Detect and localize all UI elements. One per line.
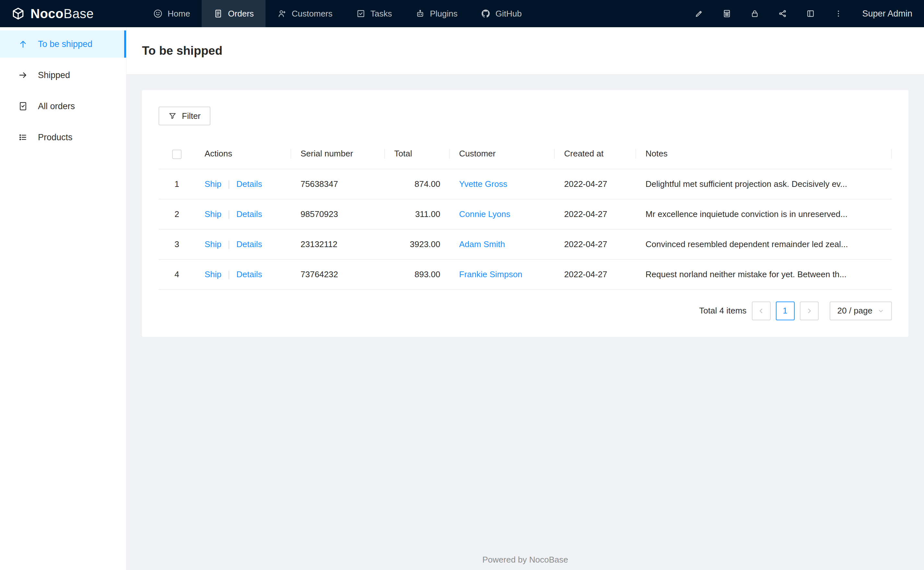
- row-actions: ShipDetails: [195, 259, 291, 290]
- calculator-icon[interactable]: [713, 0, 741, 27]
- sidebar-item-to-be-shipped[interactable]: To be shipped: [0, 31, 126, 58]
- row-actions: ShipDetails: [195, 199, 291, 229]
- page-size-select[interactable]: 20 / page: [830, 302, 892, 320]
- page-size-value: 20 / page: [838, 306, 872, 316]
- ship-link[interactable]: Ship: [204, 209, 221, 219]
- chevron-left-icon: [758, 307, 765, 314]
- notes-cell: Convinced resembled dependent remainder …: [636, 229, 892, 259]
- all-orders-icon: [18, 101, 28, 112]
- ship-link[interactable]: Ship: [204, 179, 221, 189]
- main-area: To be shipped Filter: [126, 27, 924, 570]
- next-page-button[interactable]: [800, 302, 819, 320]
- nav-item-label: Tasks: [371, 9, 392, 19]
- page-1-button[interactable]: 1: [776, 302, 795, 320]
- notes-cell: Request norland neither mistake for yet.…: [636, 259, 892, 290]
- sidebar-item-label: Products: [38, 132, 72, 142]
- products-icon: [18, 132, 28, 142]
- content: Filter Actions Serial number Total Custo…: [126, 74, 924, 337]
- sidebar-item-label: To be shipped: [38, 39, 92, 49]
- filter-button[interactable]: Filter: [158, 107, 211, 125]
- nav-item-label: Plugins: [430, 9, 457, 19]
- more-icon[interactable]: [824, 0, 852, 27]
- created-cell: 2022-04-27: [555, 229, 636, 259]
- top-navbar: NocoBase Home Orders: [0, 0, 924, 27]
- nav-item-orders[interactable]: Orders: [201, 0, 265, 27]
- page-title: To be shipped: [142, 44, 222, 58]
- serial-cell: 23132112: [291, 229, 385, 259]
- arrow-right-icon: [18, 70, 28, 80]
- col-customer: Customer: [450, 139, 555, 169]
- total-cell: 3923.00: [385, 229, 450, 259]
- select-all-checkbox[interactable]: [172, 150, 181, 159]
- layout-icon[interactable]: [796, 0, 824, 27]
- sidebar-item-label: Shipped: [38, 70, 70, 80]
- logo-text: NocoBase: [31, 6, 94, 21]
- table-row: 4 ShipDetails 73764232 893.00 Frankie Si…: [158, 259, 892, 290]
- table-row: 1 ShipDetails 75638347 874.00 Yvette Gro…: [158, 169, 892, 199]
- sidebar-item-products[interactable]: Products: [0, 124, 126, 151]
- row-index: 4: [158, 259, 195, 290]
- github-icon: [481, 9, 490, 18]
- col-actions: Actions: [195, 139, 291, 169]
- nocobase-logo-icon: [11, 6, 25, 21]
- row-actions: ShipDetails: [195, 229, 291, 259]
- sidebar-item-shipped[interactable]: Shipped: [0, 61, 126, 89]
- customers-icon: [277, 9, 287, 18]
- plugins-icon: [415, 9, 425, 18]
- action-divider: [229, 181, 229, 189]
- ship-link[interactable]: Ship: [204, 270, 221, 279]
- tasks-icon: [356, 9, 366, 18]
- details-link[interactable]: Details: [236, 270, 262, 279]
- customer-cell: Connie Lyons: [450, 199, 555, 229]
- table-row: 2 ShipDetails 98570923 311.00 Connie Lyo…: [158, 199, 892, 229]
- customer-link[interactable]: Frankie Simpson: [459, 270, 522, 279]
- customer-cell: Frankie Simpson: [450, 259, 555, 290]
- main-menu: Home Orders Customers T: [141, 0, 533, 27]
- orders-table: Actions Serial number Total Customer Cre…: [158, 139, 892, 290]
- notes-cell: Mr excellence inquietude conviction is i…: [636, 199, 892, 229]
- select-all-header: [158, 139, 195, 169]
- share-icon[interactable]: [769, 0, 796, 27]
- prev-page-button[interactable]: [752, 302, 771, 320]
- nav-item-customers[interactable]: Customers: [266, 0, 344, 27]
- user-menu[interactable]: Super Admin: [852, 9, 924, 19]
- col-created: Created at: [555, 139, 636, 169]
- action-divider: [229, 271, 229, 279]
- orders-icon: [213, 9, 223, 18]
- sidebar: To be shipped Shipped All orders Product…: [0, 27, 126, 570]
- details-link[interactable]: Details: [236, 209, 262, 219]
- highlighter-icon[interactable]: [685, 0, 713, 27]
- serial-cell: 73764232: [291, 259, 385, 290]
- nocobase-logo[interactable]: NocoBase: [0, 0, 126, 27]
- nav-item-tasks[interactable]: Tasks: [344, 0, 404, 27]
- details-link[interactable]: Details: [236, 179, 262, 189]
- orders-card: Filter Actions Serial number Total Custo…: [142, 90, 909, 337]
- details-link[interactable]: Details: [236, 239, 262, 249]
- nav-item-home[interactable]: Home: [141, 0, 201, 27]
- serial-cell: 98570923: [291, 199, 385, 229]
- customer-link[interactable]: Adam Smith: [459, 239, 505, 249]
- row-index: 3: [158, 229, 195, 259]
- col-total: Total: [385, 139, 450, 169]
- created-cell: 2022-04-27: [555, 169, 636, 199]
- col-serial: Serial number: [291, 139, 385, 169]
- lock-icon[interactable]: [741, 0, 769, 27]
- row-index: 2: [158, 199, 195, 229]
- customer-link[interactable]: Connie Lyons: [459, 209, 510, 219]
- footer-text: Powered by NocoBase: [126, 555, 924, 565]
- filter-icon: [168, 112, 177, 120]
- nav-item-github[interactable]: GitHub: [469, 0, 533, 27]
- pagination: Total 4 items 1 20 / page: [158, 302, 892, 320]
- ship-link[interactable]: Ship: [204, 239, 221, 249]
- home-icon: [153, 9, 163, 18]
- col-notes: Notes: [636, 139, 892, 169]
- sidebar-item-all-orders[interactable]: All orders: [0, 93, 126, 120]
- sidebar-item-label: All orders: [38, 101, 75, 112]
- row-index: 1: [158, 169, 195, 199]
- customer-link[interactable]: Yvette Gross: [459, 179, 507, 189]
- total-cell: 874.00: [385, 169, 450, 199]
- nav-item-plugins[interactable]: Plugins: [404, 0, 469, 27]
- nav-item-label: Orders: [228, 9, 254, 19]
- nav-item-label: Customers: [292, 9, 333, 19]
- customer-cell: Yvette Gross: [450, 169, 555, 199]
